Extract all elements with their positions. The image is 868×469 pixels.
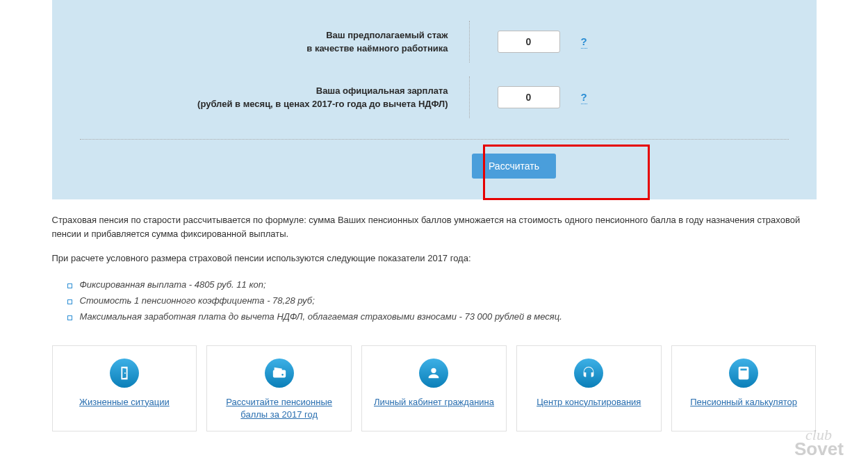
submit-row: Рассчитать [80,140,789,179]
user-icon [419,359,448,388]
wallet-icon [265,359,294,388]
service-card-calculator[interactable]: Пенсионный калькулятор [671,345,817,431]
door-icon [110,359,139,388]
info-bullet-list: Фиксированная выплата - 4805 руб. 11 коп… [52,277,817,324]
salary-input[interactable] [498,86,560,108]
field-salary: Ваша официальная зарплата (рублей в меся… [80,63,789,118]
info-paragraph-1: Страховая пенсия по старости рассчитывае… [52,213,817,240]
service-card-pension-points[interactable]: Рассчитайте пенсионные баллы за 2017 год [206,345,352,431]
help-icon[interactable]: ? [581,91,587,104]
service-link[interactable]: Центр консультирования [537,396,641,409]
list-item: Фиксированная выплата - 4805 руб. 11 коп… [80,277,817,293]
field-experience: Ваш предполагаемый стаж в качестве наёмн… [80,7,789,63]
service-card-personal-cabinet[interactable]: Личный кабинет гражданина [361,345,507,431]
field-salary-label: Ваша официальная зарплата (рублей в меся… [80,84,469,111]
list-item: Стоимость 1 пенсионного коэффициента - 7… [80,293,817,308]
info-paragraph-2: При расчете условного размера страховой … [52,252,817,265]
vertical-divider [469,76,470,118]
service-link[interactable]: Рассчитайте пенсионные баллы за 2017 год [214,396,344,421]
experience-input[interactable] [498,31,560,53]
service-link[interactable]: Жизненные ситуации [79,396,170,409]
service-link[interactable]: Личный кабинет гражданина [374,396,494,409]
vertical-divider [469,21,470,63]
list-item: Максимальная заработная плата до вычета … [80,308,817,324]
services-row: Жизненные ситуации Рассчитайте пенсионны… [52,345,817,431]
calculate-button[interactable]: Рассчитать [472,154,556,179]
headset-icon [574,359,603,388]
field-experience-label: Ваш предполагаемый стаж в качестве наёмн… [80,28,469,56]
calculator-icon [729,359,758,388]
service-link[interactable]: Пенсионный калькулятор [690,396,797,409]
calculator-panel: Ваш предполагаемый стаж в качестве наёмн… [52,0,817,199]
service-card-consulting[interactable]: Центр консультирования [516,345,662,431]
service-card-life-situations[interactable]: Жизненные ситуации [52,345,197,431]
help-icon[interactable]: ? [581,35,587,49]
